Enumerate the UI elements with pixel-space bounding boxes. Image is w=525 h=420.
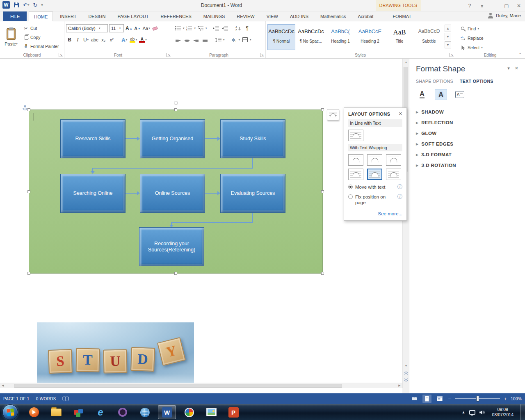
shading-button[interactable] [230, 36, 238, 44]
network-icon[interactable] [469, 410, 475, 415]
section-shadow[interactable]: ▶SHADOW [416, 107, 518, 117]
superscript-button[interactable]: x² [108, 36, 115, 44]
style-heading-1[interactable]: AaBbC( Heading 1 [326, 24, 354, 50]
styles-scroll-up-icon[interactable]: ▲ [445, 25, 451, 32]
paste-button[interactable]: Paste▾ [2, 23, 21, 51]
collapse-ribbon-icon[interactable]: ⌃ [518, 52, 522, 57]
styles-scroll-down-icon[interactable]: ▼ [445, 33, 451, 40]
diagram-box-recording-sources[interactable]: Recording your Sources(Referening) [139, 227, 204, 266]
diagram-box-getting-organised[interactable]: Getting Organised [140, 119, 205, 158]
rotation-handle[interactable] [174, 101, 178, 105]
volume-icon[interactable] [479, 410, 485, 415]
text-effects-button[interactable]: A▾ [121, 36, 128, 44]
text-options-tab[interactable]: TEXT OPTIONS [460, 79, 493, 84]
tab-add-ins[interactable]: ADD-INS [285, 11, 313, 21]
document-page[interactable]: Research Skills Getting Organised Study … [0, 59, 402, 388]
next-page-icon[interactable] [403, 377, 409, 383]
tab-format[interactable]: FORMAT [388, 11, 416, 21]
sort-button[interactable]: AZ [234, 24, 242, 32]
section-3d-rotation[interactable]: ▶3-D ROTATION [416, 160, 518, 171]
scroll-up-icon[interactable]: ▲ [403, 59, 409, 65]
diagram-box-evaluating-sources[interactable]: Evaluating Sources [220, 174, 285, 213]
internet-explorer-icon[interactable]: e [91, 405, 110, 419]
decrease-indent-button[interactable] [212, 24, 220, 32]
styles-dialog-launcher[interactable]: ↘ [450, 53, 454, 57]
wrap-square-icon[interactable] [348, 154, 363, 166]
pane-options-icon[interactable]: ▾ [507, 66, 510, 71]
diagram-box-study-skills[interactable]: Study Skills [220, 119, 285, 158]
minimize-icon[interactable]: – [488, 0, 500, 11]
ribbon-display-options-icon[interactable]: ⌅ [476, 0, 488, 11]
word-count[interactable]: 0 WORDS [36, 397, 56, 401]
scroll-down-icon[interactable]: ▼ [403, 362, 409, 369]
text-effects-icon[interactable]: A [435, 89, 447, 100]
style-subtitle[interactable]: AaBbCcD Subtitle [415, 24, 443, 50]
section-3d-format[interactable]: ▶3-D FORMAT [416, 149, 518, 160]
page-indicator[interactable]: PAGE 1 OF 1 [3, 397, 30, 401]
font-dialog-launcher[interactable]: ↘ [167, 53, 171, 57]
selection-handle[interactable] [27, 108, 30, 111]
zoom-slider[interactable] [455, 398, 500, 399]
show-hidden-icons[interactable]: ▲ [462, 410, 466, 414]
smartart-diagram[interactable]: Research Skills Getting Organised Study … [29, 110, 323, 274]
info-icon[interactable]: i [397, 184, 402, 189]
customize-quick-access-icon[interactable]: ▾ [41, 3, 43, 7]
increase-indent-button[interactable] [221, 24, 229, 32]
show-paragraph-marks-button[interactable]: ¶ [243, 24, 251, 32]
multilevel-list-button[interactable] [196, 24, 205, 32]
align-left-button[interactable] [174, 36, 182, 44]
word-taskbar-icon[interactable]: W [158, 405, 176, 419]
proofing-status-icon[interactable] [62, 396, 69, 401]
diagram-box-research-skills[interactable]: Research Skills [60, 119, 126, 158]
graphics-app-icon[interactable] [180, 405, 198, 419]
tab-insert[interactable]: INSERT [55, 11, 81, 21]
grow-font-button[interactable]: A▲ [125, 24, 133, 32]
style-normal[interactable]: AaBbCcDc ¶ Normal [267, 24, 295, 50]
tab-page-layout[interactable]: PAGE LAYOUT [113, 11, 154, 21]
wrap-in-front-icon[interactable] [386, 169, 401, 180]
diagram-box-online-sources[interactable]: Online Sources [140, 174, 205, 213]
font-size-combo[interactable]: 11▾ [109, 24, 124, 32]
clear-formatting-button[interactable] [152, 24, 159, 32]
user-account[interactable]: Duley, Marie [488, 13, 521, 18]
replace-button[interactable]: ab Replace [460, 34, 523, 42]
wrap-tight-icon[interactable] [367, 154, 382, 166]
line-spacing-button[interactable] [214, 36, 222, 44]
selection-handle[interactable] [174, 272, 177, 275]
web-layout-icon[interactable] [435, 395, 444, 403]
media-player-icon[interactable] [25, 405, 43, 419]
copy-button[interactable]: Copy [23, 34, 59, 41]
zoom-in-icon[interactable]: + [504, 396, 507, 402]
style-title[interactable]: AaB Title [386, 24, 413, 50]
tab-home[interactable]: HOME [29, 11, 53, 21]
show-desktop-button[interactable] [520, 404, 525, 420]
help-icon[interactable]: ? [463, 0, 476, 11]
strikethrough-button[interactable]: abc [91, 36, 99, 44]
horizontal-scrollbar[interactable]: ◀ ▶ [0, 383, 402, 388]
tab-mathematics[interactable]: Mathematics [315, 11, 351, 21]
wrap-through-icon[interactable] [386, 154, 401, 166]
selection-handle[interactable] [27, 190, 30, 193]
section-soft-edges[interactable]: ▶SOFT EDGES [416, 139, 518, 149]
tab-mailings[interactable]: MAILINGS [199, 11, 230, 21]
read-mode-icon[interactable] [410, 395, 419, 403]
shape-options-tab[interactable]: SHAPE OPTIONS [416, 79, 453, 84]
powerpoint-icon[interactable]: P [224, 405, 242, 419]
undo-icon[interactable]: ↶▾ [23, 2, 29, 8]
object-anchor-icon[interactable] [22, 105, 28, 111]
numbering-button[interactable]: 123 [185, 24, 194, 32]
style-no-spacing[interactable]: AaBbCcDc ¶ No Spac... [297, 24, 325, 50]
zoom-level[interactable]: 100% [511, 397, 522, 401]
tab-references[interactable]: REFERENCES [156, 11, 196, 21]
italic-button[interactable]: I [74, 36, 81, 44]
selection-handle[interactable] [27, 272, 30, 275]
file-explorer-icon[interactable] [47, 405, 65, 419]
layout-properties-icon[interactable]: A [454, 89, 466, 100]
bullets-button[interactable] [174, 24, 182, 32]
tab-file[interactable]: FILE [3, 11, 27, 21]
toy-blocks-icon[interactable] [69, 405, 87, 419]
style-heading-2[interactable]: AaBbCcE Heading 2 [356, 24, 384, 50]
close-icon[interactable]: ✕ [515, 66, 518, 71]
selection-handle[interactable] [321, 108, 324, 111]
web-browser-icon[interactable] [136, 405, 154, 419]
